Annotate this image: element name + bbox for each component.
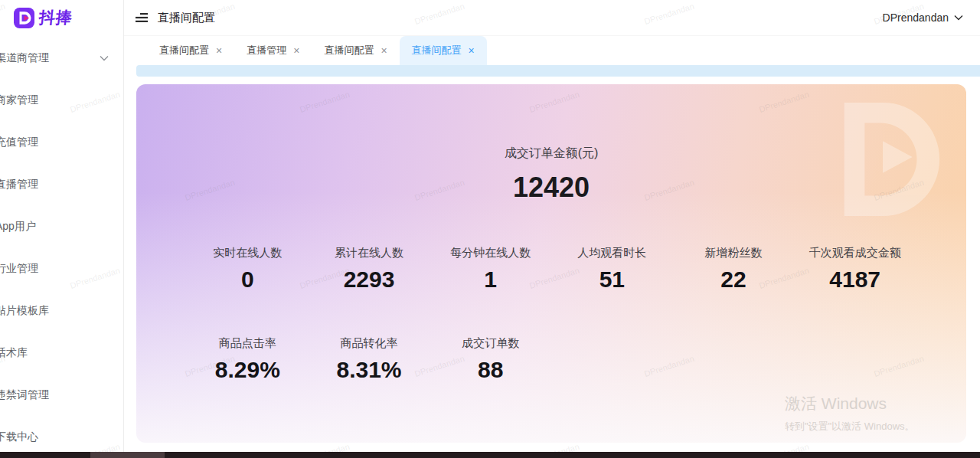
taskbar-app-segment[interactable] [90,452,165,458]
sidebar-item-banned-words[interactable]: 违禁词管理 [0,374,124,416]
page-title: 直播间配置 [158,11,215,25]
primary-stat-label: 成交订单金额(元) [136,146,966,162]
brand-d-icon [14,8,34,28]
tab-live-room-config-2[interactable]: 直播间配置 × [312,36,399,65]
sidebar-item-sticker-templates[interactable]: 贴片模板库 [0,290,124,332]
primary-stat-value: 12420 [136,172,966,204]
taskbar[interactable] [0,452,980,458]
brand-logo[interactable]: 抖捧 [14,7,73,28]
sidebar-item-merchant-mgmt[interactable]: 商家管理 [0,79,124,121]
stat-gmv-per-thousand-views: 千次观看成交金额 4187 [794,246,916,293]
sidebar-item-app-users[interactable]: App用户 [0,205,124,247]
tab-bar: 直播间配置 × 直播管理 × 直播间配置 × 直播间配置 × [124,36,980,65]
active-tab-strip [136,65,980,77]
brand-name: 抖捧 [38,7,74,28]
stat-product-click-rate: 商品点击率 8.29% [187,336,309,383]
sidebar-item-script-library[interactable]: 话术库 [0,332,124,374]
sidebar-item-channel-mgmt[interactable]: 渠道商管理 [0,37,124,79]
user-menu[interactable]: DPrendandan [883,11,963,24]
stat-realtime-online: 实时在线人数 0 [187,246,309,293]
stat-row-2: 商品点击率 8.29% 商品转化率 8.31% 成交订单数 88 [187,336,916,383]
chevron-down-icon [954,15,963,21]
topbar: 直播间配置 DPrendandan [124,0,980,36]
live-stats-card: 成交订单金额(元) 12420 实时在线人数 0 累计在线人数 2293 每分钟… [136,84,966,443]
tab-live-room-config-1[interactable]: 直播间配置 × [147,36,234,65]
tab-live-room-config-active[interactable]: 直播间配置 × [400,36,487,65]
stat-new-followers: 新增粉丝数 22 [673,246,795,293]
primary-stat: 成交订单金额(元) 12420 [136,146,966,204]
close-icon[interactable]: × [293,45,299,56]
close-icon[interactable]: × [216,45,222,56]
stat-row-1: 实时在线人数 0 累计在线人数 2293 每分钟在线人数 1 人均观看时长 51… [187,246,916,293]
sidebar-item-industry-mgmt[interactable]: 行业管理 [0,247,124,290]
close-icon[interactable]: × [381,45,387,56]
stat-avg-watch-time: 人均观看时长 51 [551,246,673,293]
sidebar: 抖捧 渠道商管理 商家管理 充值管理 直播管理 App用户 行业管理 贴片模板库… [0,0,124,458]
sidebar-item-live-mgmt[interactable]: 直播管理 [0,163,124,205]
sidebar-item-recharge-mgmt[interactable]: 充值管理 [0,121,124,163]
chevron-down-icon [100,55,109,61]
collapse-menu-icon[interactable] [135,12,149,23]
stat-per-minute-online: 每分钟在线人数 1 [430,246,551,293]
tab-live-mgmt[interactable]: 直播管理 × [234,36,312,65]
stat-cumulative-online: 累计在线人数 2293 [309,246,430,293]
stat-completed-orders: 成交订单数 88 [430,336,551,383]
close-icon[interactable]: × [469,45,475,56]
sidebar-menu: 渠道商管理 商家管理 充值管理 直播管理 App用户 行业管理 贴片模板库 话术… [0,37,124,458]
user-name: DPrendandan [883,11,949,24]
stat-product-conversion-rate: 商品转化率 8.31% [309,336,430,383]
